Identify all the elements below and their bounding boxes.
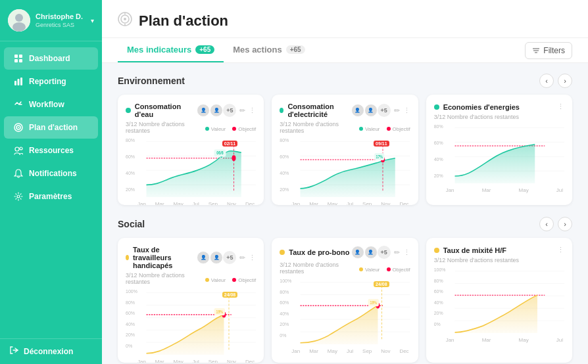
card-pro-bono-sub: 3/12 Nombre d'actions restantes <box>280 262 359 275</box>
tab-actions-badge: +65 <box>286 45 305 54</box>
page-header-icon <box>118 12 132 30</box>
avatar-sm-6: 👤 <box>210 251 223 264</box>
sidebar-item-workflow[interactable]: Workflow <box>4 93 98 116</box>
parametres-icon <box>13 191 24 202</box>
badge-pro-bono: 24/08 <box>374 281 389 287</box>
nav-prev-social[interactable]: ‹ <box>539 217 554 231</box>
card-mixite: Taux de mixité H/F ⋮ 3/12 Nombre d'actio… <box>426 238 572 363</box>
card-handicap: Taux de travailleurs handicapés 👤 👤 +5 ✏… <box>118 238 264 363</box>
section-social: Social ‹ › Taux de travailleurs handicap… <box>118 217 572 363</box>
avatar-sm-8: 👤 <box>364 246 378 259</box>
avatar-sm-3: 👤 <box>351 104 364 117</box>
section-environnement-header: Environnement ‹ › <box>118 74 572 88</box>
card-energies: Economies d'energies ⋮ 3/12 Nombre d'act… <box>426 95 572 205</box>
more-icon-4[interactable]: ⋮ <box>249 254 256 262</box>
sidebar-item-notifications[interactable]: Notifications <box>4 162 98 185</box>
card-electricite-title: Consomation d'electricité <box>287 102 354 118</box>
edit-icon-2[interactable]: ✏ <box>394 106 400 115</box>
logout-button[interactable]: Déconnexion <box>9 346 93 357</box>
content-area: Environnement ‹ › Consomation d'eau <box>102 63 588 364</box>
sidebar-item-dashboard[interactable]: Dashboard <box>4 47 98 70</box>
avatar-sm-5: 👤 <box>197 251 210 264</box>
svg-rect-9 <box>20 78 22 85</box>
reporting-icon <box>13 76 24 87</box>
nav-prev-environnement[interactable]: ‹ <box>539 74 554 88</box>
svg-text:17%: 17% <box>376 154 383 159</box>
card-electricite: Consomation d'electricité 👤 👤 +5 ✏ ⋮ 3/1… <box>272 95 418 205</box>
tab-indicateurs[interactable]: Mes indicateurs +65 <box>118 38 224 62</box>
svg-rect-8 <box>18 79 20 85</box>
ressources-icon <box>13 145 24 156</box>
chart-mixite: 100%80%60%40%20%0% <box>434 267 564 333</box>
avatar-sm-1: 👤 <box>197 104 210 117</box>
card-eau-title-row: Consomation d'eau <box>126 102 200 118</box>
avatar-count-2: +5 <box>378 104 391 117</box>
sidebar-item-label-ressources: Ressources <box>29 146 74 155</box>
more-icon-3[interactable]: ⋮ <box>557 102 564 111</box>
filters-button[interactable]: Filters <box>525 42 572 59</box>
more-icon-6[interactable]: ⋮ <box>557 246 564 254</box>
plan-action-icon <box>13 122 24 133</box>
card-energies-title: Economies d'energies <box>443 103 520 111</box>
card-eau: Consomation d'eau 👤 👤 +5 ✏ ⋮ 3/12 Nombre… <box>118 95 264 205</box>
svg-point-31 <box>232 155 236 161</box>
tab-actions[interactable]: Mes actions +65 <box>224 38 314 62</box>
section-environnement: Environnement ‹ › Consomation d'eau <box>118 74 572 205</box>
card-mixite-dot <box>434 248 439 253</box>
sidebar-item-parametres[interactable]: Paramètres <box>4 185 98 208</box>
sidebar-item-label-dashboard: Dashboard <box>29 54 70 63</box>
card-electricite-sub: 3/12 Nombre d'actions restantes <box>280 121 359 134</box>
tab-actions-label: Mes actions <box>233 45 282 55</box>
card-handicap-title: Taux de travailleurs handicapés <box>133 246 200 269</box>
tab-indicateurs-label: Mes indicateurs <box>127 45 191 55</box>
svg-rect-4 <box>19 55 22 58</box>
cards-grid-social: Taux de travailleurs handicapés 👤 👤 +5 ✏… <box>118 238 572 363</box>
card-handicap-dot <box>126 255 129 260</box>
user-company: Genretics SAS <box>36 22 86 28</box>
page-title: Plan d'action <box>139 12 228 30</box>
badge-electricite: 09/11 <box>374 141 389 147</box>
cards-grid-environnement: Consomation d'eau 👤 👤 +5 ✏ ⋮ 3/12 Nombre… <box>118 95 572 205</box>
card-energies-dot <box>434 104 439 110</box>
nav-next-environnement[interactable]: › <box>558 74 572 88</box>
edit-icon-4[interactable]: ✏ <box>394 248 400 257</box>
card-pro-bono-title: Taux de pro-bono <box>289 248 349 256</box>
card-mixite-title: Taux de mixité H/F <box>443 246 506 254</box>
sidebar-item-reporting[interactable]: Reporting <box>4 70 98 93</box>
avatar <box>8 9 30 32</box>
filters-label: Filters <box>543 46 565 55</box>
more-icon-2[interactable]: ⋮ <box>403 106 410 115</box>
svg-point-14 <box>20 147 22 150</box>
svg-rect-5 <box>14 59 18 62</box>
user-name: Christophe D. <box>36 12 86 21</box>
svg-point-18 <box>124 18 126 20</box>
user-profile[interactable]: Christophe D. Genretics SAS ▾ <box>0 0 102 41</box>
edit-icon[interactable]: ✏ <box>239 106 245 115</box>
logout-icon <box>9 346 18 357</box>
more-icon[interactable]: ⋮ <box>249 106 256 115</box>
page-header: Plan d'action <box>102 0 588 38</box>
avatar-count: +5 <box>223 104 236 117</box>
avatar-count-4: +5 <box>378 246 391 259</box>
card-electricite-dot <box>280 108 283 113</box>
nav-next-social[interactable]: › <box>558 217 572 231</box>
svg-rect-7 <box>14 81 16 85</box>
more-icon-5[interactable]: ⋮ <box>403 248 410 257</box>
card-eau-dot <box>126 108 131 113</box>
section-nav-social: ‹ › <box>539 217 572 231</box>
card-electricite-header: Consomation d'electricité 👤 👤 +5 ✏ ⋮ <box>280 102 410 118</box>
card-eau-legend: Valeur Objectif <box>205 126 257 132</box>
section-social-header: Social ‹ › <box>118 217 572 231</box>
card-mixite-sub: 3/12 Nombre d'actions restantes <box>434 257 519 263</box>
avatar-sm-7: 👤 <box>351 246 364 259</box>
badge-handicap: 24/08 <box>222 292 238 298</box>
svg-point-13 <box>15 147 19 151</box>
sidebar-bottom: Déconnexion <box>0 338 102 364</box>
edit-icon-3[interactable]: ✏ <box>239 254 245 262</box>
sidebar-item-ressources[interactable]: Ressources <box>4 139 98 162</box>
sidebar-item-plan-action[interactable]: Plan d'action <box>4 116 98 139</box>
card-eau-title: Consomation d'eau <box>135 102 201 118</box>
avatar-count-3: +5 <box>223 251 236 264</box>
dashboard-icon <box>13 53 24 64</box>
card-eau-header: Consomation d'eau 👤 👤 +5 ✏ ⋮ <box>126 102 256 118</box>
